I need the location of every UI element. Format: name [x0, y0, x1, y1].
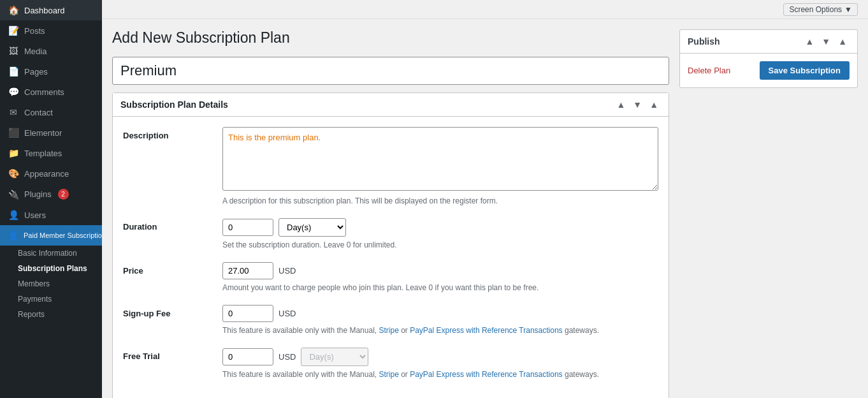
topbar: Screen Options ▼ — [102, 0, 868, 19]
subscription-plan-details-section: Subscription Plan Details ▲ ▼ ▲ Descript… — [112, 92, 669, 398]
publish-box: Publish ▲ ▼ ▲ Delete Plan Save Subscript… — [679, 29, 858, 88]
description-help: A description for this subscription plan… — [222, 196, 658, 205]
section-title: Subscription Plan Details — [120, 100, 228, 110]
sidebar-item-templates[interactable]: 📁 Templates — [0, 143, 102, 163]
free-trial-paypal-link[interactable]: PayPal Express with Reference Transactio… — [410, 370, 562, 379]
appearance-icon: 🎨 — [8, 168, 19, 179]
free-trial-label: Free Trial — [123, 348, 212, 361]
comments-icon: 💬 — [8, 87, 19, 97]
free-trial-inline: USD Day(s) Week(s) Month(s) Year(s) — [222, 348, 658, 366]
duration-input[interactable] — [222, 219, 273, 236]
sidebar-item-comments[interactable]: 💬 Comments — [0, 82, 102, 102]
description-field-row: Description This is the premium plan. A … — [123, 127, 658, 205]
publish-down-button[interactable]: ▼ — [819, 35, 833, 48]
signup-fee-stripe-link[interactable]: Stripe — [379, 326, 398, 335]
signup-fee-input[interactable] — [222, 305, 273, 322]
pages-icon: 📄 — [8, 66, 19, 77]
section-controls: ▲ ▼ ▲ — [614, 98, 661, 111]
description-textarea[interactable]: This is the premium plan. — [222, 127, 658, 191]
signup-fee-inline: USD — [222, 305, 658, 322]
signup-fee-field-row: Sign-up Fee USD This feature is availabl… — [123, 305, 658, 335]
free-trial-field-content: USD Day(s) Week(s) Month(s) Year(s) This… — [222, 348, 658, 379]
publish-toggle-button[interactable]: ▲ — [835, 35, 850, 48]
plan-name-input[interactable] — [112, 57, 669, 85]
sidebar-sub-subscription-plans[interactable]: Subscription Plans — [0, 261, 102, 276]
price-field-row: Price USD Amount you want to charge peop… — [123, 262, 658, 292]
page-title: Add New Subscription Plan — [112, 29, 669, 47]
templates-icon: 📁 — [8, 148, 19, 158]
content-area: Add New Subscription Plan Subscription P… — [102, 19, 868, 398]
duration-help: Set the subscription duration. Leave 0 f… — [222, 240, 658, 249]
sidebar-item-pages[interactable]: 📄 Pages — [0, 61, 102, 82]
signup-fee-paypal-link[interactable]: PayPal Express with Reference Transactio… — [410, 326, 562, 335]
sidebar-item-users[interactable]: 👤 Users — [0, 205, 102, 225]
publish-header: Publish ▲ ▼ ▲ — [680, 30, 857, 54]
sidebar-item-media[interactable]: 🖼 Media — [0, 41, 102, 61]
sidebar-item-posts[interactable]: 📝 Posts — [0, 20, 102, 41]
duration-field-row: Duration Day(s) Week(s) Month(s) Year(s) — [123, 218, 658, 249]
sidebar: 🏠 Dashboard 📝 Posts 🖼 Media 📄 Pages 💬 Co… — [0, 0, 102, 398]
price-label: Price — [123, 262, 212, 276]
price-field-content: USD Amount you want to charge people who… — [222, 262, 658, 292]
signup-fee-help: This feature is available only with the … — [222, 326, 658, 335]
media-icon: 🖼 — [8, 46, 19, 56]
sidebar-sub-payments[interactable]: Payments — [0, 291, 102, 307]
toggle-section-button[interactable]: ▲ — [647, 98, 661, 111]
plugins-badge: 2 — [58, 189, 69, 200]
signup-fee-field-content: USD This feature is available only with … — [222, 305, 658, 335]
price-currency: USD — [278, 266, 296, 276]
publish-up-button[interactable]: ▲ — [802, 35, 816, 48]
duration-inline: Day(s) Week(s) Month(s) Year(s) — [222, 218, 658, 237]
main-content: Screen Options ▼ Add New Subscription Pl… — [102, 0, 868, 398]
duration-field-content: Day(s) Week(s) Month(s) Year(s) Set the … — [222, 218, 658, 249]
sidebar-sub-reports[interactable]: Reports — [0, 307, 102, 322]
right-panel: Publish ▲ ▼ ▲ Delete Plan Save Subscript… — [679, 29, 858, 388]
screen-options-button[interactable]: Screen Options ▼ — [783, 3, 858, 16]
sidebar-item-elementor[interactable]: ⬛ Elementor — [0, 122, 102, 143]
contact-icon: ✉ — [8, 107, 19, 117]
left-panel: Add New Subscription Plan Subscription P… — [112, 29, 669, 388]
duration-label: Duration — [123, 218, 212, 232]
publish-body: Delete Plan Save Subscription — [680, 54, 857, 87]
description-label: Description — [123, 127, 212, 140]
sidebar-item-dashboard[interactable]: 🏠 Dashboard — [0, 0, 102, 20]
sidebar-item-contact[interactable]: ✉ Contact — [0, 102, 102, 122]
sidebar-item-pms[interactable]: 👤 Paid Member Subscriptions — [0, 225, 102, 246]
publish-title: Publish — [688, 36, 720, 47]
signup-fee-currency: USD — [278, 309, 296, 318]
collapse-up-button[interactable]: ▲ — [614, 98, 628, 111]
plugins-icon: 🔌 — [8, 189, 19, 200]
price-input[interactable] — [222, 262, 273, 279]
free-trial-unit-select[interactable]: Day(s) Week(s) Month(s) Year(s) — [301, 348, 368, 366]
dashboard-icon: 🏠 — [8, 5, 19, 15]
delete-plan-link[interactable]: Delete Plan — [688, 66, 730, 75]
section-body: Description This is the premium plan. A … — [113, 117, 669, 398]
free-trial-field-row: Free Trial USD Day(s) Week(s) Month(s) Y… — [123, 348, 658, 379]
sidebar-item-plugins[interactable]: 🔌 Plugins 2 — [0, 184, 102, 205]
free-trial-currency: USD — [278, 352, 296, 362]
price-inline: USD — [222, 262, 658, 279]
save-subscription-button[interactable]: Save Subscription — [760, 61, 850, 80]
publish-header-controls: ▲ ▼ ▲ — [802, 35, 850, 48]
users-icon: 👤 — [8, 210, 19, 220]
posts-icon: 📝 — [8, 26, 19, 36]
elementor-icon: ⬛ — [8, 128, 19, 138]
chevron-down-icon: ▼ — [844, 5, 852, 14]
free-trial-stripe-link[interactable]: Stripe — [379, 370, 398, 379]
sidebar-item-appearance[interactable]: 🎨 Appearance — [0, 163, 102, 184]
price-help: Amount you want to charge people who joi… — [222, 283, 658, 292]
free-trial-input[interactable] — [222, 348, 273, 365]
sidebar-sub-members[interactable]: Members — [0, 276, 102, 291]
section-header: Subscription Plan Details ▲ ▼ ▲ — [113, 93, 669, 117]
collapse-down-button[interactable]: ▼ — [630, 98, 644, 111]
pms-icon: 👤 — [8, 230, 18, 240]
sidebar-sub-basic-info[interactable]: Basic Information — [0, 246, 102, 261]
signup-fee-label: Sign-up Fee — [123, 305, 212, 318]
free-trial-help: This feature is available only with the … — [222, 370, 658, 379]
description-field-content: This is the premium plan. A description … — [222, 127, 658, 205]
duration-unit-select[interactable]: Day(s) Week(s) Month(s) Year(s) — [278, 218, 346, 237]
